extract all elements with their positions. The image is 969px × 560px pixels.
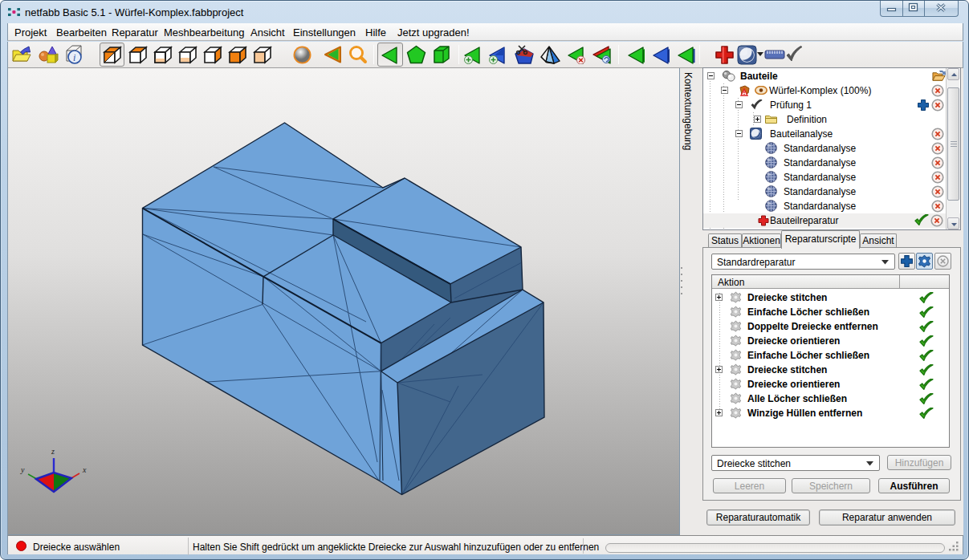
svg-text:z: z xyxy=(51,447,55,456)
svg-text:x: x xyxy=(82,465,87,474)
svg-text:y: y xyxy=(20,465,25,474)
svg-text:i: i xyxy=(73,52,75,63)
